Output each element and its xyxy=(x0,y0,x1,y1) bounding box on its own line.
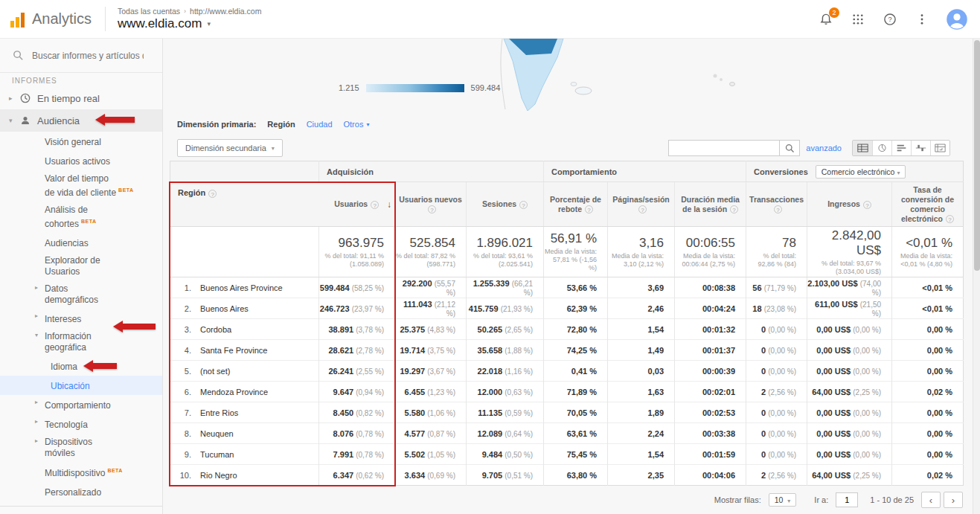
metric-cell: 9.647 (0,94 %) xyxy=(319,382,395,402)
chevron-down-icon[interactable]: ▾ xyxy=(9,117,18,124)
chevron-down-icon[interactable]: ▾ xyxy=(35,332,38,338)
account-selector[interactable]: www.eldia.com ▾ xyxy=(118,16,261,31)
sidebar-item-idioma[interactable]: Idioma xyxy=(0,356,162,376)
sidebar-item-audiencias[interactable]: Audiencias xyxy=(0,233,162,252)
advanced-link[interactable]: avanzado xyxy=(806,144,842,152)
help-icon[interactable] xyxy=(428,205,436,213)
account-avatar[interactable] xyxy=(946,8,968,30)
geo-map[interactable] xyxy=(438,39,959,113)
rows-per-page-select[interactable]: 10 ▾ xyxy=(769,493,797,507)
region-link[interactable]: Neuquen xyxy=(200,429,234,438)
metric-cell: 00:00:39 xyxy=(675,361,746,382)
sidebar-item-vision-general[interactable]: Visión general xyxy=(0,132,162,151)
sidebar-item-personalizado[interactable]: Personalizado xyxy=(0,482,162,501)
sort-descending-icon[interactable]: ↓ xyxy=(387,199,391,209)
conversion-type-select[interactable]: Comercio electrónico▾ xyxy=(816,165,906,179)
help-icon[interactable] xyxy=(638,205,647,213)
notifications-button[interactable]: 2 xyxy=(818,11,834,28)
sidebar-item-explorador-de-usuarios[interactable]: Explorador de Usuarios xyxy=(0,252,162,280)
table-search-input[interactable] xyxy=(668,140,780,156)
dimension-option-other[interactable]: Otros ▾ xyxy=(344,120,370,129)
sidebar-item-atribucion[interactable]: AtribuciónBETA xyxy=(0,508,162,514)
dimension-option-region[interactable]: Región xyxy=(267,120,295,129)
metric-cell: 00:01:32 xyxy=(675,319,746,340)
help-icon[interactable] xyxy=(946,215,954,223)
help-icon[interactable] xyxy=(519,201,528,209)
sidebar-item-comportamiento[interactable]: ▸Comportamiento xyxy=(0,395,162,414)
chevron-right-icon[interactable]: ▸ xyxy=(9,94,18,102)
column-header-region[interactable]: Región xyxy=(170,161,319,227)
region-link[interactable]: Entre Rios xyxy=(200,408,238,417)
scrollbar-thumb[interactable] xyxy=(974,40,980,271)
overflow-menu-button[interactable] xyxy=(914,11,930,28)
performance-view-button[interactable] xyxy=(891,141,911,155)
sidebar-search[interactable] xyxy=(0,39,162,73)
column-header-duracion-media-de-la-sesion[interactable]: Duración media de la sesión xyxy=(675,182,746,227)
bar-chart-icon xyxy=(896,144,907,152)
sidebar-item-intereses[interactable]: ▸Intereses xyxy=(0,309,162,328)
help-icon[interactable] xyxy=(863,201,871,209)
help-icon[interactable] xyxy=(585,205,593,213)
sidebar-item-usuarios-activos[interactable]: Usuarios activos xyxy=(0,151,162,170)
sidebar-item-multidispositivo[interactable]: MultidispositivoBETA xyxy=(0,462,162,482)
column-header-usuarios-nuevos[interactable]: Usuarios nuevos xyxy=(395,182,467,227)
pivot-view-button[interactable] xyxy=(930,141,949,155)
vertical-scrollbar[interactable] xyxy=(973,39,980,514)
help-icon[interactable] xyxy=(208,190,217,198)
breadcrumb-item-property[interactable]: http://www.eldia.com xyxy=(190,7,261,16)
region-link[interactable]: Santa Fe Province xyxy=(200,346,268,355)
column-header-paginas-sesion[interactable]: Páginas/sesión xyxy=(608,182,675,227)
table-row: 6.Mendoza Province9.647 (0,94 %)6.455 (1… xyxy=(170,382,964,402)
region-link[interactable]: Rio Negro xyxy=(200,471,237,480)
primary-dimension-label: Dimensión primaria: xyxy=(177,120,256,129)
metric-cell: 0,00 US$ (0,00 %) xyxy=(807,402,892,423)
help-icon[interactable] xyxy=(371,201,379,209)
column-header-tasa-de-conversion-de-comercio-electronico[interactable]: Tasa de conversión de comercio electróni… xyxy=(892,182,964,227)
app-name[interactable]: Analytics xyxy=(32,10,92,28)
column-header-ingresos[interactable]: Ingresos xyxy=(807,182,892,227)
region-link[interactable]: (not set) xyxy=(200,367,230,376)
help-icon[interactable] xyxy=(730,205,738,213)
sidebar-item-tecnologia[interactable]: ▸Tecnología xyxy=(0,414,162,434)
help-icon[interactable] xyxy=(774,205,782,213)
column-header-porcentaje-de-rebote[interactable]: Porcentaje de rebote xyxy=(544,182,608,227)
help-button[interactable]: ? xyxy=(882,11,898,28)
sidebar-item-ubicacion[interactable]: Ubicación xyxy=(0,376,162,395)
chevron-right-icon[interactable]: ▸ xyxy=(35,418,38,425)
sidebar-item-audiencia[interactable]: ▾Audiencia xyxy=(0,109,162,132)
column-header-usuarios[interactable]: Usuarios↓ xyxy=(319,182,395,227)
avatar-icon xyxy=(946,8,968,30)
sidebar-item-en-tiempo-real[interactable]: ▸En tiempo real xyxy=(0,87,162,109)
prev-page-button[interactable]: ‹ xyxy=(921,492,941,508)
region-link[interactable]: Mendoza Province xyxy=(200,388,268,396)
percentage-view-button[interactable] xyxy=(872,141,891,155)
search-input[interactable] xyxy=(32,51,144,61)
analytics-logo-icon[interactable] xyxy=(10,11,25,28)
column-header-transacciones[interactable]: Transacciones xyxy=(746,182,807,227)
dimension-option-city[interactable]: Ciudad xyxy=(307,120,333,129)
sidebar-item-datos-demograficos[interactable]: ▸Datos demográficos xyxy=(0,280,162,309)
chevron-right-icon[interactable]: ▸ xyxy=(35,399,38,405)
sidebar-item-analisis-de-cohortes[interactable]: Análisis de cohortesBETA xyxy=(0,202,162,233)
search-button[interactable] xyxy=(780,140,800,156)
region-link[interactable]: Cordoba xyxy=(200,325,231,334)
sidebar-item-dispositivos-moviles[interactable]: ▸Dispositivos móviles xyxy=(0,434,162,462)
table-view-button[interactable] xyxy=(853,141,872,155)
next-page-button[interactable]: › xyxy=(944,492,963,508)
metric-cell: 0,00 % xyxy=(892,423,964,444)
sidebar-item-valor-del-tiempo-de-vida-del-cliente[interactable]: Valor del tiempo de vida del clienteBETA xyxy=(0,170,162,202)
chevron-right-icon[interactable]: ▸ xyxy=(35,284,38,291)
region-link[interactable]: Buenos Aires Province xyxy=(200,283,283,292)
breadcrumb-item-accounts[interactable]: Todas las cuentas xyxy=(118,7,180,16)
comparison-view-button[interactable] xyxy=(911,141,930,155)
secondary-dimension-button[interactable]: Dimensión secundaria ▾ xyxy=(177,139,283,157)
goto-page-input[interactable] xyxy=(836,492,858,507)
sidebar-item-informacion-geografica[interactable]: ▾Información geográfica xyxy=(0,328,162,356)
chevron-right-icon[interactable]: ▸ xyxy=(35,437,38,444)
chevron-right-icon[interactable]: ▸ xyxy=(35,312,38,319)
region-link[interactable]: Tucuman xyxy=(200,450,234,459)
region-cell: 7.Entre Rios xyxy=(170,402,319,423)
apps-grid-button[interactable] xyxy=(850,11,866,28)
region-link[interactable]: Buenos Aires xyxy=(200,304,249,313)
column-header-sesiones[interactable]: Sesiones xyxy=(467,182,544,227)
